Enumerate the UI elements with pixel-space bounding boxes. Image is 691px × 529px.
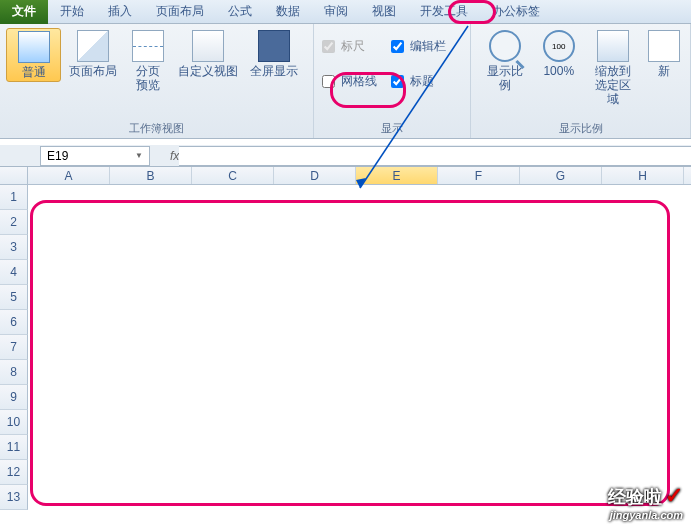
row-header[interactable]: 1 xyxy=(0,185,28,210)
cells-row[interactable] xyxy=(28,485,691,510)
tab-insert[interactable]: 插入 xyxy=(96,0,144,24)
ribbon-group-show: 标尺 网格线 编辑栏 标题 xyxy=(314,24,471,138)
cells-row[interactable] xyxy=(28,310,691,335)
row-header[interactable]: 6 xyxy=(0,310,28,335)
cells-row[interactable] xyxy=(28,285,691,310)
ruler-checkbox[interactable]: 标尺 xyxy=(320,36,379,57)
tab-developer[interactable]: 开发工具 xyxy=(408,0,480,24)
col-header-h[interactable]: H xyxy=(602,167,684,184)
tab-page-layout[interactable]: 页面布局 xyxy=(144,0,216,24)
headings-checkbox[interactable]: 标题 xyxy=(389,71,448,92)
formula-bar: E19 ▼ fx xyxy=(0,145,691,167)
rows-container: 1 2 3 4 5 6 7 8 9 10 11 12 13 xyxy=(0,185,691,510)
col-header-g[interactable]: G xyxy=(520,167,602,184)
custom-views-icon xyxy=(192,30,224,62)
ribbon-group-workbook-views: 普通 页面布局 分页 预览 自定义视图 全屏显示 工作簿视图 xyxy=(0,24,314,138)
tab-view[interactable]: 视图 xyxy=(360,0,408,24)
cells-row[interactable] xyxy=(28,360,691,385)
normal-view-button[interactable]: 普通 xyxy=(6,28,61,82)
row-header[interactable]: 11 xyxy=(0,435,28,460)
full-screen-icon xyxy=(258,30,290,62)
fx-label[interactable]: fx xyxy=(170,149,179,163)
zoom-button[interactable]: 显示比例 xyxy=(477,28,532,94)
cells-row[interactable] xyxy=(28,435,691,460)
row-header[interactable]: 12 xyxy=(0,460,28,485)
new-window-icon xyxy=(648,30,680,62)
page-layout-button[interactable]: 页面布局 xyxy=(65,28,121,80)
zoom-100-icon: 100 xyxy=(543,30,575,62)
tab-file[interactable]: 文件 xyxy=(0,0,48,24)
cells-row[interactable] xyxy=(28,385,691,410)
row-header[interactable]: 4 xyxy=(0,260,28,285)
column-headers: A B C D E F G H xyxy=(0,167,691,185)
page-break-icon xyxy=(132,30,164,62)
formula-input[interactable] xyxy=(179,146,691,166)
col-header-d[interactable]: D xyxy=(274,167,356,184)
col-header-b[interactable]: B xyxy=(110,167,192,184)
formula-bar-checkbox-input[interactable] xyxy=(391,40,404,53)
row-header[interactable]: 2 xyxy=(0,210,28,235)
watermark-url: jingyanla.com xyxy=(608,509,683,521)
cells-row[interactable] xyxy=(28,235,691,260)
cells-row[interactable] xyxy=(28,410,691,435)
headings-checkbox-input[interactable] xyxy=(391,75,404,88)
row-header[interactable]: 8 xyxy=(0,360,28,385)
menu-bar: 文件 开始 插入 页面布局 公式 数据 审阅 视图 开发工具 办公标签 xyxy=(0,0,691,24)
tab-office-tab[interactable]: 办公标签 xyxy=(480,0,552,24)
row-header[interactable]: 5 xyxy=(0,285,28,310)
zoom-icon xyxy=(489,30,521,62)
page-break-preview-button[interactable]: 分页 预览 xyxy=(125,28,170,94)
normal-view-icon xyxy=(18,31,50,63)
page-layout-icon xyxy=(77,30,109,62)
row-header[interactable]: 13 xyxy=(0,485,28,510)
gridlines-checkbox[interactable]: 网格线 xyxy=(320,71,379,92)
tab-formulas[interactable]: 公式 xyxy=(216,0,264,24)
col-header-f[interactable]: F xyxy=(438,167,520,184)
select-all-corner[interactable] xyxy=(0,167,28,184)
group-label-show: 显示 xyxy=(320,119,464,138)
zoom-100-button[interactable]: 100 100% xyxy=(536,28,581,80)
name-box-dropdown-icon[interactable]: ▼ xyxy=(135,151,143,160)
formula-bar-checkbox[interactable]: 编辑栏 xyxy=(389,36,448,57)
name-box-value: E19 xyxy=(47,149,68,163)
watermark-text: 经验啦 xyxy=(608,487,662,507)
full-screen-button[interactable]: 全屏显示 xyxy=(246,28,302,80)
cells-row[interactable] xyxy=(28,210,691,235)
group-label-workbook-views: 工作簿视图 xyxy=(6,119,307,138)
row-header[interactable]: 9 xyxy=(0,385,28,410)
watermark: 经验啦 ✓ jingyanla.com xyxy=(608,483,683,521)
cells-row[interactable] xyxy=(28,260,691,285)
ruler-checkbox-input[interactable] xyxy=(322,40,335,53)
col-header-a[interactable]: A xyxy=(28,167,110,184)
cells-row[interactable] xyxy=(28,185,691,210)
zoom-selection-icon xyxy=(597,30,629,62)
col-header-c[interactable]: C xyxy=(192,167,274,184)
zoom-to-selection-button[interactable]: 缩放到 选定区域 xyxy=(585,28,640,108)
custom-views-button[interactable]: 自定义视图 xyxy=(174,28,242,80)
ribbon-group-zoom: 显示比例 100 100% 缩放到 选定区域 新 显示比例 xyxy=(471,24,691,138)
tab-home[interactable]: 开始 xyxy=(48,0,96,24)
new-window-button[interactable]: 新 xyxy=(645,28,685,80)
gridlines-checkbox-input[interactable] xyxy=(322,75,335,88)
name-box[interactable]: E19 ▼ xyxy=(40,146,150,166)
tab-review[interactable]: 审阅 xyxy=(312,0,360,24)
row-header[interactable]: 7 xyxy=(0,335,28,360)
row-header[interactable]: 3 xyxy=(0,235,28,260)
group-label-zoom: 显示比例 xyxy=(477,119,684,138)
cells-row[interactable] xyxy=(28,460,691,485)
cells-row[interactable] xyxy=(28,335,691,360)
spreadsheet: A B C D E F G H 1 2 3 4 5 6 7 8 9 10 11 … xyxy=(0,167,691,510)
row-header[interactable]: 10 xyxy=(0,410,28,435)
tab-data[interactable]: 数据 xyxy=(264,0,312,24)
col-header-e[interactable]: E xyxy=(356,167,438,184)
ribbon: 普通 页面布局 分页 预览 自定义视图 全屏显示 工作簿视图 xyxy=(0,24,691,139)
watermark-check-icon: ✓ xyxy=(665,483,683,508)
